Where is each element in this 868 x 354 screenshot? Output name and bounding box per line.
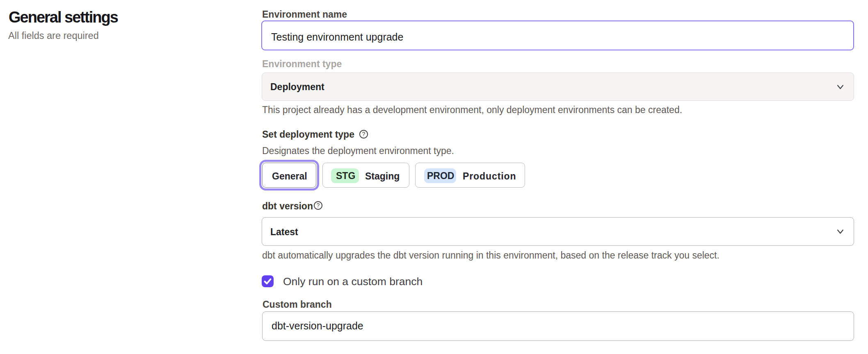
svg-text:?: ?	[317, 202, 320, 209]
svg-text:?: ?	[362, 131, 365, 137]
